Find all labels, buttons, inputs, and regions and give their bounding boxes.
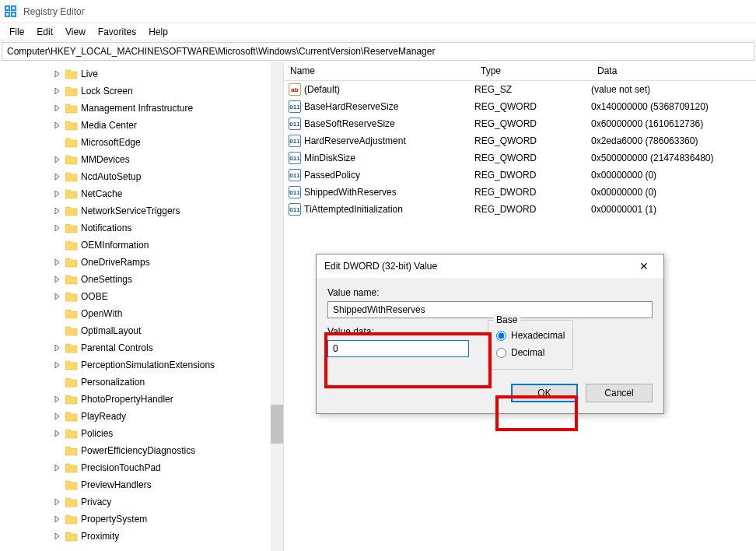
folder-icon: [65, 497, 78, 507]
chevron-right-icon[interactable]: [53, 189, 62, 198]
chevron-right-icon[interactable]: [53, 258, 62, 267]
value-name: HardReserveAdjustment: [304, 135, 406, 146]
tree-node[interactable]: Proximity: [0, 528, 283, 545]
chevron-right-icon[interactable]: [53, 172, 62, 181]
chevron-right-icon[interactable]: [53, 343, 62, 353]
tree-node[interactable]: NcdAutoSetup: [0, 168, 283, 185]
folder-icon: [65, 479, 78, 490]
value-data: 0x00000001 (1): [591, 204, 756, 215]
chevron-right-icon[interactable]: [53, 292, 62, 301]
tree-pane[interactable]: LiveLock ScreenManagement Infrastructure…: [0, 62, 284, 551]
tree-node[interactable]: Policies: [0, 425, 283, 442]
chevron-right-icon[interactable]: [53, 514, 62, 524]
value-name: MinDiskSize: [304, 153, 355, 163]
list-row[interactable]: 011PassedPolicyREG_DWORD0x00000000 (0): [284, 167, 756, 184]
tree-node[interactable]: Live: [0, 65, 283, 82]
cancel-button[interactable]: Cancel: [586, 384, 653, 402]
col-header-type[interactable]: Type: [474, 62, 591, 80]
list-row[interactable]: 011ShippedWithReservesREG_DWORD0x0000000…: [284, 184, 756, 201]
folder-icon: [65, 514, 78, 525]
tree-node[interactable]: OEMInformation: [0, 237, 283, 254]
list-row[interactable]: 011MinDiskSizeREG_QWORD0x500000000 (2147…: [284, 149, 756, 167]
tree-node[interactable]: OneSettings: [0, 271, 283, 288]
menu-view[interactable]: View: [59, 25, 92, 39]
list-row[interactable]: 011BaseHardReserveSizeREG_QWORD0x1400000…: [284, 98, 756, 115]
tree-node[interactable]: OOBE: [0, 288, 283, 305]
chevron-right-icon[interactable]: [53, 429, 62, 438]
tree-node[interactable]: NetCache: [0, 185, 283, 202]
radio-dec-label: Decimal: [511, 347, 544, 358]
tree-node[interactable]: Media Center: [0, 117, 283, 134]
tree-node[interactable]: PowerEfficiencyDiagnostics: [0, 442, 283, 459]
tree-node[interactable]: Personalization: [0, 374, 283, 391]
chevron-right-icon[interactable]: [53, 532, 62, 541]
chevron-right-icon[interactable]: [53, 155, 62, 164]
folder-icon: [65, 257, 78, 268]
tree-scrollbar-thumb[interactable]: [271, 405, 283, 444]
menu-favorites[interactable]: Favorites: [92, 25, 142, 39]
list-row[interactable]: ab(Default)REG_SZ(value not set): [284, 81, 756, 98]
value-data-field[interactable]: [327, 340, 469, 357]
list-row[interactable]: 011HardReserveAdjustmentREG_QWORD0x2eda6…: [284, 132, 756, 149]
tree-node[interactable]: Lock Screen: [0, 82, 283, 100]
edit-dword-dialog: Edit DWORD (32-bit) Value ✕ Value name: …: [316, 254, 664, 414]
tree-node[interactable]: PhotoPropertyHandler: [0, 391, 283, 408]
menu-help[interactable]: Help: [142, 25, 174, 39]
tree-node[interactable]: Parental Controls: [0, 339, 283, 356]
ok-button[interactable]: OK: [511, 384, 578, 402]
address-bar[interactable]: Computer\HKEY_LOCAL_MACHINE\SOFTWARE\Mic…: [2, 42, 754, 61]
tree-node-label: PreviewHandlers: [81, 479, 152, 490]
list-row[interactable]: 011TiAttemptedInitializationREG_DWORD0x0…: [284, 201, 756, 218]
chevron-right-icon[interactable]: [53, 206, 62, 216]
tree-node[interactable]: Notifications: [0, 219, 283, 237]
tree-node[interactable]: PlayReady: [0, 408, 283, 425]
tree-node[interactable]: PreviewHandlers: [0, 476, 283, 493]
chevron-right-icon[interactable]: [53, 69, 62, 79]
chevron-right-icon[interactable]: [53, 121, 62, 130]
close-icon[interactable]: ✕: [632, 260, 656, 272]
chevron-right-icon[interactable]: [53, 223, 62, 233]
folder-icon: [65, 154, 78, 165]
value-name: BaseHardReserveSize: [304, 101, 398, 112]
tree-node[interactable]: PerceptionSimulationExtensions: [0, 356, 283, 374]
tree-node[interactable]: OpenWith: [0, 305, 283, 322]
tree-node-label: NetCache: [81, 188, 122, 199]
tree-node[interactable]: NetworkServiceTriggers: [0, 202, 283, 219]
chevron-right-icon[interactable]: [53, 360, 62, 370]
chevron-right-icon[interactable]: [53, 463, 62, 472]
col-header-name[interactable]: Name: [284, 62, 474, 80]
col-header-data[interactable]: Data: [591, 62, 756, 80]
tree-node[interactable]: Privacy: [0, 493, 283, 511]
folder-icon: [65, 462, 78, 473]
tree-node[interactable]: OptimalLayout: [0, 322, 283, 339]
chevron-right-icon[interactable]: [53, 395, 62, 404]
tree-node-label: PropertySystem: [81, 514, 147, 525]
chevron-right-icon[interactable]: [53, 86, 62, 96]
tree-node[interactable]: OneDriveRamps: [0, 254, 283, 271]
radio-decimal[interactable]: Decimal: [496, 344, 565, 361]
folder-icon: [65, 394, 78, 405]
tree-node[interactable]: MicrosoftEdge: [0, 134, 283, 151]
tree-node[interactable]: MMDevices: [0, 151, 283, 168]
radio-hexadecimal[interactable]: Hexadecimal: [496, 327, 565, 344]
chevron-right-icon[interactable]: [53, 104, 62, 113]
tree-node-label: Lock Screen: [81, 86, 133, 97]
tree-scrollbar-track[interactable]: [271, 62, 283, 551]
list-row[interactable]: 011BaseSoftReserveSizeREG_QWORD0x6000000…: [284, 115, 756, 132]
value-name-field[interactable]: [327, 301, 653, 318]
menu-edit[interactable]: Edit: [30, 25, 59, 39]
tree-node[interactable]: PrecisionTouchPad: [0, 459, 283, 476]
menu-file[interactable]: File: [3, 25, 30, 39]
chevron-right-icon[interactable]: [53, 497, 62, 507]
tree-node[interactable]: PropertySystem: [0, 511, 283, 528]
chevron-right-icon[interactable]: [53, 275, 62, 284]
dialog-titlebar[interactable]: Edit DWORD (32-bit) Value ✕: [317, 254, 663, 278]
radio-dec-input[interactable]: [496, 348, 506, 358]
value-type: REG_DWORD: [474, 204, 591, 215]
svg-rect-5: [12, 7, 15, 9]
list-header: Name Type Data: [284, 62, 756, 81]
tree-node[interactable]: Management Infrastructure: [0, 100, 283, 117]
chevron-right-icon[interactable]: [53, 412, 62, 421]
tree-spacer: [53, 446, 62, 455]
radio-hex-input[interactable]: [496, 331, 506, 341]
